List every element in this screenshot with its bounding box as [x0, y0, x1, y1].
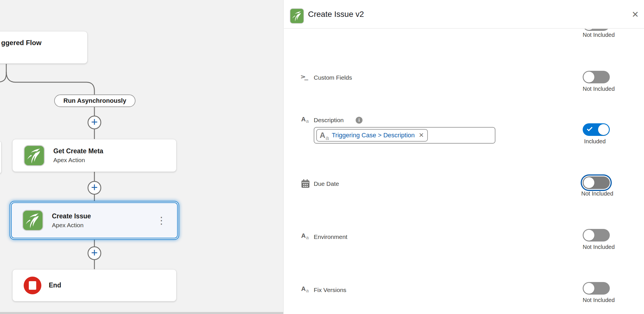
end-stop-icon	[24, 277, 41, 294]
node-subtitle: Apex Action	[52, 222, 91, 229]
plus-icon: +	[91, 182, 98, 193]
toggle-state-label: Not Included	[583, 244, 615, 250]
field-label: Environment	[314, 233, 347, 241]
resource-pill-label[interactable]: Triggering Case > Description	[332, 132, 415, 139]
zephyr-app-icon	[22, 210, 43, 231]
fix-versions-toggle[interactable]	[583, 282, 610, 295]
node-title: Get Create Meta	[53, 147, 103, 155]
field-toggle[interactable]	[583, 29, 610, 31]
panel-title: Create Issue v2	[308, 0, 364, 29]
create-issue-panel: Create Issue v2 ✕ Not Included >_ Custom…	[284, 0, 644, 314]
badge-label: Run Asynchronously	[63, 97, 126, 104]
text-type-icon: Aa	[320, 132, 329, 139]
toggle-state-label: Included	[584, 138, 606, 145]
resource-pill[interactable]: Aa Triggering Case > Description ✕	[316, 129, 428, 142]
plus-icon: +	[91, 247, 98, 258]
node-subtitle: Apex Action	[53, 157, 103, 164]
field-label: Fix Versions	[314, 286, 346, 294]
node-create-issue-selected[interactable]: Create Issue Apex Action ⋮	[10, 201, 179, 240]
calendar-icon	[301, 179, 310, 188]
add-element-button[interactable]: +	[88, 246, 101, 260]
node-menu-kebab-icon[interactable]: ⋮	[157, 216, 166, 225]
node-offscreen-partial[interactable]	[0, 141, 1, 174]
text-type-icon: Aa	[301, 116, 309, 122]
close-icon[interactable]: ✕	[631, 9, 640, 20]
canvas-edge	[0, 312, 283, 314]
node-text: Create Issue Apex Action	[52, 212, 91, 229]
text-type-icon: Aa	[301, 233, 309, 239]
node-record-triggered-flow[interactable]: ggered Flow	[0, 31, 88, 64]
zephyr-app-icon	[290, 8, 304, 24]
field-label: Custom Fields	[314, 74, 352, 82]
environment-toggle[interactable]	[583, 229, 610, 241]
run-asynchronously-badge[interactable]: Run Asynchronously	[54, 94, 135, 107]
node-text: Get Create Meta Apex Action	[53, 147, 103, 164]
toggle-state-label: Not Included	[583, 86, 615, 92]
node-title: ggered Flow	[1, 39, 87, 47]
remove-pill-icon[interactable]: ✕	[419, 132, 424, 139]
custom-fields-toggle[interactable]	[583, 71, 610, 83]
plus-icon: +	[91, 116, 98, 128]
zephyr-app-icon	[24, 145, 45, 166]
text-type-icon: Aa	[301, 286, 309, 292]
add-element-button[interactable]: +	[88, 181, 101, 195]
node-end[interactable]: End	[12, 269, 177, 301]
node-title: End	[49, 281, 61, 289]
description-value-input[interactable]: Aa Triggering Case > Description ✕	[314, 127, 495, 144]
info-icon[interactable]: i	[356, 117, 362, 124]
node-get-create-meta[interactable]: Get Create Meta Apex Action	[12, 139, 177, 172]
terminal-icon: >_	[301, 73, 308, 80]
add-element-button[interactable]: +	[88, 116, 101, 129]
toggle-state-label: Not Included	[581, 190, 613, 197]
field-label: Due Date	[314, 180, 339, 188]
toggle-state-label: Not Included	[583, 297, 615, 303]
node-title: Create Issue	[52, 212, 91, 220]
description-toggle[interactable]	[583, 123, 610, 136]
field-label: Description	[314, 116, 344, 124]
node-create-issue[interactable]: Create Issue Apex Action ⋮	[11, 202, 178, 238]
panel-header: Create Issue v2 ✕	[284, 0, 644, 29]
toggle-state-label: Not Included	[583, 32, 615, 38]
panel-content[interactable]: Not Included >_ Custom Fields Not Includ…	[284, 29, 644, 314]
flow-canvas[interactable]: ggered Flow Run Asynchronously + + + Get…	[0, 0, 283, 314]
due-date-toggle[interactable]	[583, 176, 610, 189]
